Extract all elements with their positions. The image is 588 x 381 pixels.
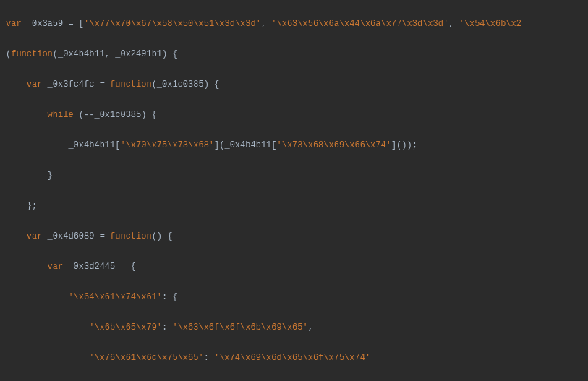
code-line: '\x6b\x65\x79': '\x63\x6f\x6f\x6b\x69\x6… (6, 320, 588, 335)
code-line: var _0x4d6089 = function() { (6, 229, 588, 244)
code-line: (function(_0x4b4b11, _0x2491b1) { (6, 47, 588, 62)
code-editor[interactable]: var _0x3a59 = ['\x77\x70\x67\x58\x50\x51… (0, 0, 588, 381)
code-line: var _0x3fc4fc = function(_0x1c0385) { (6, 77, 588, 93)
keyword-while: while (48, 110, 74, 120)
code-line: var _0x3d2445 = { (6, 260, 588, 275)
code-line: } (6, 168, 588, 184)
keyword-function: function (11, 49, 53, 59)
keyword-var: var (6, 19, 22, 29)
code-line: var _0x3a59 = ['\x77\x70\x67\x58\x50\x51… (6, 17, 588, 32)
code-line: '\x76\x61\x6c\x75\x65': '\x74\x69\x6d\x6… (6, 351, 588, 366)
code-line: }; (6, 199, 588, 214)
code-line: '\x64\x61\x74\x61': { (6, 290, 588, 305)
code-line: while (--_0x1c0385) { (6, 108, 588, 123)
code-line: _0x4b4b11['\x70\x75\x73\x68'](_0x4b4b11[… (6, 138, 588, 153)
